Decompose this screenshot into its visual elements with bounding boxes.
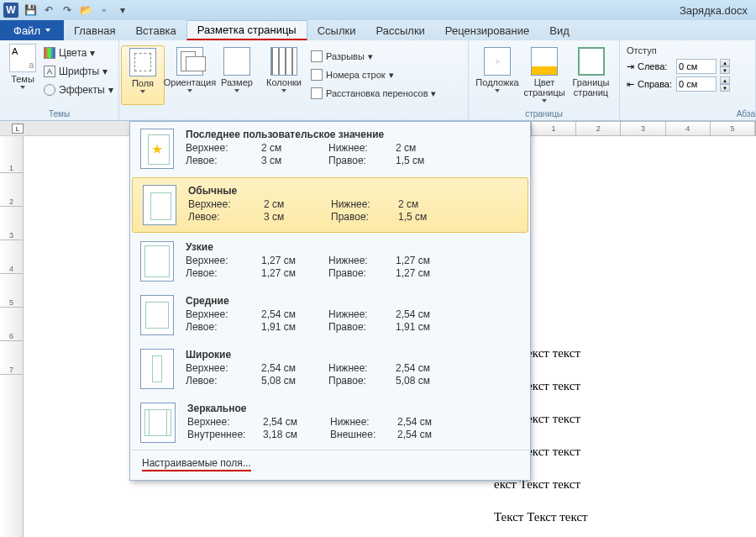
titlebar: W 💾 ↶ ↷ 📂 ▫ ▾ Зарядка.docx: [0, 0, 756, 20]
margins-dropdown-panel: ★Последнее пользовательское значениеВерх…: [129, 121, 531, 481]
indent-right-icon: ⇤: [627, 79, 634, 90]
line-numbers-icon: [311, 69, 323, 81]
indent-left-input[interactable]: [676, 59, 717, 74]
margins-option[interactable]: ШирокиеВерхнее:2,54 смНижнее:2,54 смЛево…: [130, 342, 530, 396]
size-icon: [223, 47, 250, 76]
qat-dropdown-icon[interactable]: ▾: [116, 3, 129, 17]
tab-mailings[interactable]: Рассылки: [366, 20, 435, 40]
tab-references[interactable]: Ссылки: [307, 20, 366, 40]
tab-home[interactable]: Главная: [64, 20, 125, 40]
group-background-label: страницы: [469, 109, 619, 118]
open-folder-icon[interactable]: 📂: [79, 3, 92, 17]
margins-option-name: Широкие: [186, 349, 520, 361]
group-page-background: A Подложка Цвет страницы Границы страниц…: [469, 40, 620, 120]
watermark-button[interactable]: A Подложка: [475, 45, 519, 105]
indent-left-down[interactable]: ▼: [720, 66, 730, 74]
line-numbers-button[interactable]: Номера строк▾: [309, 66, 438, 84]
indent-right-down[interactable]: ▼: [720, 84, 730, 92]
margins-option[interactable]: ★Последнее пользовательское значениеВерх…: [130, 122, 530, 176]
margins-option-name: Зеркальное: [187, 403, 520, 414]
margins-preview-icon: [140, 403, 176, 443]
margins-preview-icon: [140, 349, 174, 389]
tab-view[interactable]: Вид: [539, 20, 580, 40]
indent-right-input[interactable]: [676, 76, 717, 92]
margins-option[interactable]: УзкиеВерхнее:1,27 смНижнее:1,27 смЛевое:…: [130, 234, 530, 288]
new-doc-icon[interactable]: ▫: [97, 3, 111, 17]
tab-file[interactable]: Файл: [0, 20, 64, 40]
margins-option[interactable]: ЗеркальноеВерхнее:2,54 смНижнее:2,54 смВ…: [130, 396, 530, 450]
orientation-button[interactable]: Ориентация: [168, 45, 212, 105]
margins-preview-icon: [143, 185, 176, 225]
tab-page-layout[interactable]: Разметка страницы: [186, 20, 307, 40]
ruler-tab-selector[interactable]: L: [12, 124, 24, 134]
tab-review[interactable]: Рецензирование: [435, 20, 539, 40]
tab-insert[interactable]: Вставка: [125, 20, 186, 40]
margins-option-name: Узкие: [186, 241, 520, 253]
indent-left-label: Слева:: [638, 61, 673, 71]
effects-icon: [44, 84, 55, 96]
margins-option[interactable]: СредниеВерхнее:2,54 смНижнее:2,54 смЛево…: [130, 288, 530, 342]
group-page-setup: Поля Ориентация Размер Колонки Разрывы▾ …: [119, 40, 469, 120]
hyphenation-icon: [311, 87, 323, 99]
group-indent-label: Абза: [620, 109, 755, 118]
page-borders-icon: [578, 47, 605, 76]
indent-right-label: Справа:: [638, 79, 673, 89]
hyphenation-button[interactable]: Расстановка переносов▾: [309, 84, 438, 103]
columns-button[interactable]: Колонки: [262, 45, 306, 105]
fonts-button[interactable]: AШрифты▾: [44, 62, 113, 81]
save-icon[interactable]: 💾: [24, 3, 37, 17]
ribbon: Темы Цвета▾ AШрифты▾ Эффекты▾ Темы Поля …: [0, 40, 756, 121]
orientation-icon: [176, 47, 203, 76]
star-icon: ★: [151, 141, 163, 157]
body-text[interactable]: Текст Текст текст: [494, 510, 756, 524]
undo-icon[interactable]: ↶: [42, 3, 55, 17]
margins-preview-icon: [140, 295, 174, 335]
colors-button[interactable]: Цвета▾: [44, 44, 113, 62]
margins-option-name: Последнее пользовательское значение: [186, 129, 520, 140]
themes-button[interactable]: Темы: [5, 44, 40, 99]
quick-access-toolbar: 💾 ↶ ↷ 📂 ▫ ▾: [24, 3, 129, 17]
indent-left-up[interactable]: ▲: [720, 59, 730, 66]
body-text[interactable]: екст Текст текст: [494, 477, 756, 492]
indent-right-up[interactable]: ▲: [720, 76, 730, 84]
colors-icon: [44, 47, 55, 59]
breaks-button[interactable]: Разрывы▾: [309, 47, 438, 66]
body-text[interactable]: екст Текст текст: [494, 445, 756, 459]
columns-icon: [270, 47, 297, 76]
group-indent: Отступ ⇥ Слева: ▲▼ ⇤ Справа: ▲▼ Абза: [620, 40, 756, 120]
custom-margins-link[interactable]: Настраиваемые поля...: [130, 450, 530, 480]
fonts-icon: A: [44, 66, 55, 77]
indent-title: Отступ: [627, 45, 748, 55]
margins-button[interactable]: Поля: [121, 45, 165, 105]
body-text[interactable]: екст Текст текст: [494, 379, 756, 393]
themes-icon: [9, 44, 36, 72]
margins-option-name: Обычные: [188, 185, 517, 197]
body-text[interactable]: екст Текст текст: [494, 346, 756, 361]
page-color-button[interactable]: Цвет страницы: [522, 45, 566, 105]
redo-icon[interactable]: ↷: [60, 3, 74, 17]
group-themes: Темы Цвета▾ AШрифты▾ Эффекты▾ Темы: [0, 40, 119, 120]
ribbon-tabs: Файл Главная Вставка Разметка страницы С…: [0, 20, 756, 40]
body-text[interactable]: екст Текст текст: [494, 412, 756, 426]
margins-preview-icon: [140, 241, 174, 282]
margins-icon: [129, 48, 156, 76]
margins-option-name: Средние: [186, 295, 520, 307]
document-title: Зарядка.docx: [680, 4, 748, 17]
group-themes-label: Темы: [0, 109, 118, 118]
size-button[interactable]: Размер: [215, 45, 259, 105]
word-app-icon: W: [3, 3, 18, 18]
margins-preview-icon: ★: [140, 129, 174, 169]
effects-button[interactable]: Эффекты▾: [44, 81, 113, 99]
page-color-icon: [531, 47, 558, 76]
watermark-icon: A: [484, 47, 511, 76]
vertical-ruler[interactable]: 1 2 3 4 5 6 7: [0, 136, 24, 537]
margins-option[interactable]: ОбычныеВерхнее:2 смНижнее:2 смЛевое:3 см…: [132, 177, 528, 233]
indent-left-icon: ⇥: [627, 61, 634, 72]
page-borders-button[interactable]: Границы страниц: [570, 45, 612, 105]
breaks-icon: [311, 50, 323, 62]
